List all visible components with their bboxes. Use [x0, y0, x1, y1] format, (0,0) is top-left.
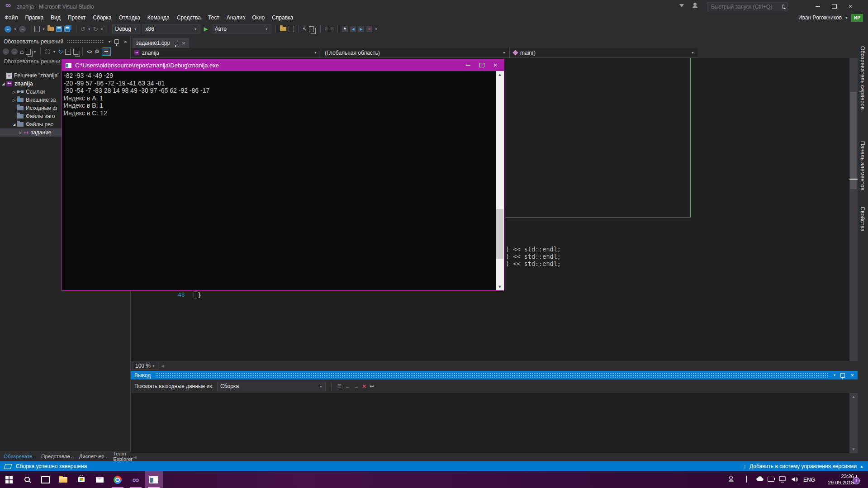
start-button[interactable] [0, 471, 18, 488]
output-source-dropdown[interactable]: Сборка▼ [217, 382, 326, 391]
navigate-forward-icon[interactable]: → [19, 26, 26, 33]
minimize-button[interactable] [810, 0, 826, 13]
editor-horizontal-scrollbar[interactable] [167, 363, 849, 369]
debug-target-dropdown[interactable]: Авто▼ [212, 24, 271, 33]
battery-icon[interactable] [768, 477, 774, 483]
mail-button[interactable] [90, 471, 109, 488]
console-scrollbar[interactable]: ▲ ▼ [496, 71, 504, 290]
output-vertical-scrollbar[interactable]: ▲ ▼ [849, 393, 858, 453]
se-forward-icon[interactable]: → [11, 48, 18, 55]
indent-increase-icon[interactable]: ≡ [330, 26, 333, 32]
preview-selected-button[interactable] [102, 47, 111, 56]
navigate-back-icon[interactable]: ← [5, 26, 11, 33]
scrollbar-thumb[interactable] [850, 92, 857, 189]
close-panel-icon[interactable]: × [123, 39, 127, 45]
se-back-icon[interactable]: ← [3, 48, 9, 55]
hscroll-left-arrow-icon[interactable]: ◀ [161, 364, 164, 368]
sync-with-active-icon[interactable]: ↻ [58, 48, 63, 55]
show-all-files-icon[interactable] [73, 49, 78, 55]
views-dropdown-icon[interactable]: ▼ [33, 50, 36, 53]
console-title-bar[interactable]: C:\Users\oldbr\source\repos\znanija\Debu… [62, 59, 504, 71]
menu-window[interactable]: Окно [248, 14, 268, 21]
user-name[interactable]: Иван Рогожников [798, 14, 842, 21]
search-icon[interactable] [782, 5, 784, 9]
console-scroll-up-icon[interactable]: ▲ [496, 71, 504, 77]
tab-server-explorer[interactable]: Обозреватель серверов [859, 46, 866, 110]
switch-views-icon[interactable] [26, 49, 31, 55]
collapsed-icon[interactable]: ▷ [11, 98, 17, 102]
editor-vertical-scrollbar[interactable] [849, 58, 858, 361]
pending-changes-filter-icon[interactable] [45, 49, 50, 54]
nav-method-dropdown[interactable]: main() ▼ [510, 48, 698, 57]
close-button[interactable]: × [842, 0, 859, 13]
undo-icon[interactable]: ↺ [81, 26, 85, 33]
tab-solution-explorer[interactable]: Обозревате... [4, 454, 37, 459]
tab-properties[interactable]: Свойства [859, 207, 866, 232]
menu-build[interactable]: Сборка [89, 14, 115, 21]
menu-file[interactable]: Файл [1, 14, 22, 21]
console-maximize-icon[interactable] [475, 60, 489, 70]
platform-dropdown[interactable]: x86▼ [142, 24, 200, 33]
toolbar-options-icon[interactable]: ▼ [375, 28, 378, 31]
clear-output-icon[interactable]: × [362, 383, 366, 390]
redo-icon[interactable]: ↻ [93, 26, 98, 33]
menu-team[interactable]: Команда [144, 14, 173, 21]
menu-test[interactable]: Тест [204, 14, 223, 21]
onedrive-cloud-icon[interactable] [756, 475, 765, 483]
redo-dropdown-icon[interactable]: ▼ [100, 28, 104, 31]
menu-help[interactable]: Справка [268, 14, 297, 21]
save-icon[interactable] [56, 26, 62, 32]
collapse-all-icon[interactable]: − [65, 49, 71, 55]
taskbar-search-button[interactable] [18, 471, 36, 488]
visual-studio-button[interactable]: ∞ [127, 471, 145, 488]
speaker-icon[interactable] [791, 476, 798, 484]
show-hidden-icons[interactable] [746, 476, 747, 483]
language-indicator[interactable]: ENG [803, 477, 815, 483]
tab-toolbox[interactable]: Панель элементов [859, 141, 866, 190]
feedback-funnel-icon[interactable] [679, 4, 684, 7]
open-file-icon[interactable] [47, 27, 54, 31]
output-bottom-scrollbar[interactable]: ◀ [131, 453, 858, 461]
cursor-icon[interactable]: ↖ [303, 26, 307, 32]
avatar[interactable]: ИР [851, 14, 863, 22]
word-wrap-icon[interactable]: ↩ [370, 383, 374, 389]
console-scroll-down-icon[interactable]: ▼ [496, 284, 504, 289]
scroll-down-icon[interactable]: ▼ [849, 447, 858, 451]
close-panel-icon[interactable]: × [850, 372, 854, 378]
output-content[interactable] [131, 393, 849, 453]
console-minimize-icon[interactable] [461, 60, 475, 70]
console-close-icon[interactable]: × [489, 60, 502, 70]
console-output[interactable]: -82 -93 -4 -49 -29 -20 -99 57 -86 -72 -1… [62, 71, 504, 118]
nav-scope-dropdown[interactable]: (Глобальная область)▼ [321, 48, 510, 57]
document-tab[interactable]: задание1.cpp × [133, 38, 189, 48]
task-view-button[interactable] [36, 471, 54, 488]
restore-button[interactable] [826, 0, 842, 13]
console-window[interactable]: C:\Users\oldbr\source\repos\znanija\Debu… [62, 59, 504, 291]
clear-bookmarks-icon[interactable]: ✕ [366, 26, 372, 32]
add-to-source-control[interactable]: ↑ Добавить в систему управления версиями… [744, 463, 863, 470]
tab-class-view[interactable]: Представле... [41, 454, 74, 459]
filter-dropdown-icon[interactable]: ▼ [52, 50, 56, 53]
menu-analyze[interactable]: Анализ [223, 14, 249, 21]
collapsed-icon[interactable]: ▷ [17, 131, 24, 135]
clock[interactable]: 23:26 29.09.2018 [820, 473, 854, 486]
menu-tools[interactable]: Средства [173, 14, 204, 21]
quick-launch-input[interactable] [710, 3, 782, 10]
properties-icon[interactable]: ⚙ [95, 48, 100, 55]
collapsed-icon[interactable]: ▷ [11, 90, 17, 94]
view-code-icon[interactable]: <> [87, 49, 92, 54]
prev-message-icon[interactable]: ← [345, 384, 350, 389]
back-dropdown-icon[interactable]: ▼ [14, 28, 17, 31]
network-icon[interactable] [779, 476, 787, 484]
expanded-icon[interactable]: ◢ [0, 82, 6, 86]
solution-explorer-header[interactable]: Обозреватель решений ▼ × [0, 37, 131, 46]
pin-icon[interactable] [114, 39, 119, 44]
user-account[interactable]: Иван Рогожников ▼ ИР [798, 14, 863, 22]
pin-tab-icon[interactable] [174, 41, 178, 45]
tab-team-explorer[interactable]: Team Explorer [113, 451, 133, 462]
expanded-icon[interactable]: ◢ [11, 123, 17, 127]
start-debug-icon[interactable]: ▶ [204, 26, 208, 32]
expand-up-icon[interactable]: ▲ [860, 464, 863, 469]
quick-launch[interactable] [707, 2, 787, 11]
new-project-icon[interactable] [34, 26, 40, 32]
